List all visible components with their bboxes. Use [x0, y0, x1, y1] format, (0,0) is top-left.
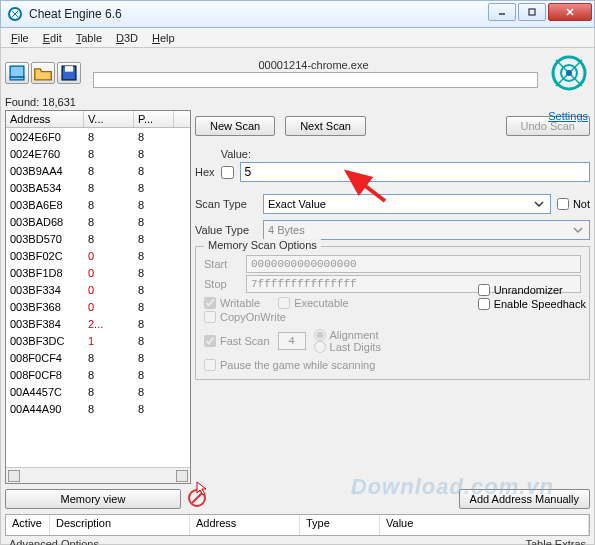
executable-checkbox: [278, 297, 290, 309]
cow-row: CopyOnWrite: [204, 311, 581, 323]
logo-icon[interactable]: [548, 52, 590, 94]
window-buttons: [488, 1, 594, 27]
side-options: Unrandomizer Enable Speedhack: [478, 284, 586, 310]
table-row[interactable]: 003BF1D808: [6, 264, 190, 281]
table-row[interactable]: 00A44A9088: [6, 400, 190, 417]
alignment-radio: [314, 329, 326, 341]
table-row[interactable]: 003BF33408: [6, 281, 190, 298]
col-type[interactable]: Type: [300, 515, 380, 535]
fastscan-value: [278, 332, 306, 350]
scantype-row: Scan Type Exact Value Not: [195, 194, 590, 214]
pause-checkbox: [204, 359, 216, 371]
next-scan-button[interactable]: Next Scan: [285, 116, 366, 136]
pause-row: Pause the game while scanning: [204, 359, 581, 371]
memopts-legend: Memory Scan Options: [204, 239, 321, 251]
found-count: 18,631: [42, 96, 76, 108]
new-scan-button[interactable]: New Scan: [195, 116, 275, 136]
value-input[interactable]: [240, 162, 590, 182]
content-area: 00001214-chrome.exe Settings Found: 18,6…: [0, 48, 595, 545]
valuetype-select[interactable]: 4 Bytes: [263, 220, 590, 240]
table-body[interactable]: 0024E6F0880024E76088003B9AA488003BA53488…: [6, 128, 190, 467]
table-row[interactable]: 003BAD6888: [6, 213, 190, 230]
table-row[interactable]: 00A4457C88: [6, 383, 190, 400]
process-name: 00001214-chrome.exe: [89, 59, 538, 71]
col-addr[interactable]: Address: [190, 515, 300, 535]
add-address-manually-button[interactable]: Add Address Manually: [459, 489, 590, 509]
app-icon: [7, 6, 23, 22]
table-row[interactable]: 0024E6F088: [6, 128, 190, 145]
start-input: [246, 255, 581, 273]
speedhack-checkbox[interactable]: [478, 298, 490, 310]
settings-link[interactable]: Settings: [548, 110, 588, 122]
table-row[interactable]: 003B9AA488: [6, 162, 190, 179]
table-extras-button[interactable]: Table Extras: [525, 538, 586, 545]
col-value[interactable]: V...: [84, 111, 134, 127]
col-prev[interactable]: P...: [134, 111, 174, 127]
address-table[interactable]: Address V... P... 0024E6F0880024E7608800…: [5, 110, 191, 484]
valuetype-row: Value Type 4 Bytes: [195, 220, 590, 240]
table-row[interactable]: 008F0CF888: [6, 366, 190, 383]
titlebar: Cheat Engine 6.6: [0, 0, 595, 28]
start-row: Start: [204, 255, 581, 273]
close-button[interactable]: [548, 3, 592, 21]
maximize-button[interactable]: [518, 3, 546, 21]
menu-help[interactable]: Help: [146, 30, 181, 46]
menu-edit[interactable]: Edit: [37, 30, 68, 46]
table-row[interactable]: 003BD57088: [6, 230, 190, 247]
value-row: Value:: [195, 148, 590, 160]
not-checkbox[interactable]: [557, 198, 569, 210]
fastscan-row: Fast Scan Alignment Last Digits: [204, 329, 581, 353]
table-row[interactable]: 003BA6E888: [6, 196, 190, 213]
menu-table[interactable]: Table: [70, 30, 108, 46]
table-header: Address V... P...: [6, 111, 190, 128]
pointer-tool-button[interactable]: [195, 480, 211, 498]
lastdigits-radio: [314, 341, 326, 353]
table-row[interactable]: 0024E76088: [6, 145, 190, 162]
open-file-button[interactable]: [31, 62, 55, 84]
scantype-select[interactable]: Exact Value: [263, 194, 551, 214]
table-row[interactable]: 003BF36808: [6, 298, 190, 315]
col-desc[interactable]: Description: [50, 515, 190, 535]
table-row[interactable]: 003BF02C08: [6, 247, 190, 264]
menu-d3d[interactable]: D3D: [110, 30, 144, 46]
col-active[interactable]: Active: [6, 515, 50, 535]
table-row[interactable]: 003BF3842...8: [6, 315, 190, 332]
memview-row: Memory view Add Address Manually: [5, 488, 590, 510]
copyonwrite-checkbox: [204, 311, 216, 323]
save-button[interactable]: [57, 62, 81, 84]
col-address[interactable]: Address: [6, 111, 84, 127]
stop-label: Stop: [204, 278, 240, 290]
writable-checkbox: [204, 297, 216, 309]
menubar: File Edit Table D3D Help: [0, 28, 595, 48]
memory-scan-options: Memory Scan Options Start Stop Writable …: [195, 246, 590, 380]
not-checkbox-wrap: Not: [557, 198, 590, 210]
found-label: Found: 18,631: [5, 96, 191, 108]
hex-checkbox[interactable]: [221, 166, 234, 179]
menu-file[interactable]: File: [5, 30, 35, 46]
memory-view-button[interactable]: Memory view: [5, 489, 181, 509]
table-row[interactable]: 008F0CF488: [6, 349, 190, 366]
cheat-table[interactable]: Active Description Address Type Value: [5, 514, 590, 536]
col-value[interactable]: Value: [380, 515, 589, 535]
chevron-down-icon: [532, 197, 546, 211]
fastscan-checkbox: [204, 335, 216, 347]
advanced-options-button[interactable]: Advanced Options: [9, 538, 99, 545]
toolbar: 00001214-chrome.exe: [5, 52, 590, 94]
minimize-button[interactable]: [488, 3, 516, 21]
hex-label: Hex: [195, 166, 215, 178]
h-scrollbar[interactable]: [6, 467, 190, 483]
open-process-button[interactable]: [5, 62, 29, 84]
footer: Advanced Options Table Extras: [5, 536, 590, 545]
chevron-down-icon: [571, 223, 585, 237]
progress-bar: [93, 72, 538, 88]
valuetype-label: Value Type: [195, 224, 257, 236]
table-row[interactable]: 003BA53488: [6, 179, 190, 196]
hex-value-row: Hex: [195, 162, 590, 182]
scantype-label: Scan Type: [195, 198, 257, 210]
scan-buttons: New Scan Next Scan Undo Scan: [195, 116, 590, 136]
unrandomizer-checkbox[interactable]: [478, 284, 490, 296]
results-panel: Found: 18,631 Address V... P... 0024E6F0…: [5, 96, 191, 484]
table-row[interactable]: 003BF3DC18: [6, 332, 190, 349]
window-title: Cheat Engine 6.6: [29, 7, 488, 21]
start-label: Start: [204, 258, 240, 270]
